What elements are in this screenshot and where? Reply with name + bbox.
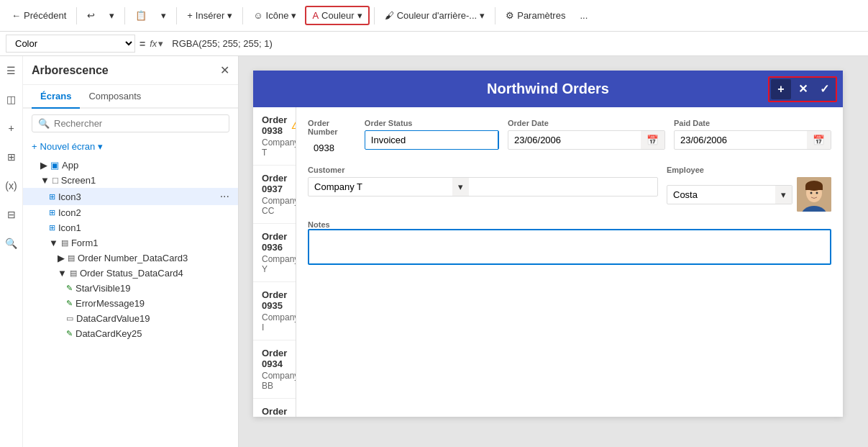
- paid-date-input[interactable]: [675, 131, 807, 149]
- sidebar-item-order-status-dc[interactable]: ▼ ▤ Order Status_DataCard4: [23, 266, 238, 281]
- save-record-button[interactable]: ✓: [814, 79, 834, 99]
- controls-icon[interactable]: ⊞: [3, 148, 20, 166]
- more-options-icon[interactable]: ···: [220, 190, 229, 203]
- add-icon[interactable]: +: [3, 119, 20, 137]
- back-icon: ←: [12, 10, 21, 21]
- paste-dropdown-button[interactable]: ▾: [155, 7, 172, 24]
- left-icons-panel: ☰ ◫ + ⊞ (x) ⊟ 🔍: [0, 56, 23, 447]
- divider4: [242, 7, 243, 24]
- insert-button[interactable]: + Insérer ▾: [181, 7, 238, 24]
- detail-row1: Order Number 0938 Order Status ▾: [308, 119, 831, 157]
- close-icon: ✕: [798, 82, 808, 96]
- notes-field: Notes: [308, 220, 831, 267]
- order-detail: Order Number 0938 Order Status ▾: [296, 107, 843, 417]
- sidebar-item-icon2[interactable]: ⊞ Icon2: [23, 205, 238, 220]
- order-status-dropdown-button[interactable]: ▾: [498, 131, 499, 149]
- bg-color-label: Couleur d'arrière-...: [397, 10, 478, 21]
- order-id-0937: Order 0937: [262, 173, 296, 194]
- sidebar-item-form1[interactable]: ▼ ▤ Form1: [23, 235, 238, 250]
- sidebar-item-datacardvalue19[interactable]: ▭ DataCardValue19: [23, 311, 238, 326]
- toolbar: ← Précédent ↩ ▾ 📋 ▾ + Insérer ▾ ☺ Icône …: [0, 0, 868, 32]
- svg-point-5: [810, 192, 813, 194]
- settings-button[interactable]: ⚙ Paramètres: [500, 7, 571, 24]
- formula-bar: Color = fx ▾ RGBA(255; 255; 255; 1): [0, 32, 868, 56]
- hamburger-icon[interactable]: ☰: [3, 62, 20, 79]
- paid-date-calendar-button[interactable]: 📅: [807, 131, 831, 149]
- color-button[interactable]: A Couleur ▾: [305, 6, 369, 25]
- main-layout: ☰ ◫ + ⊞ (x) ⊟ 🔍 Arborescence ✕ Écrans Co…: [0, 56, 868, 447]
- formula-name-select[interactable]: Color: [6, 35, 135, 53]
- customer-field: Customer ▾: [308, 166, 658, 212]
- ctrl2-icon: ✎: [66, 299, 73, 308]
- chevron-down-icon7: ▾: [158, 38, 163, 49]
- sidebar-close-button[interactable]: ✕: [220, 63, 229, 77]
- app-body: Order 0938 ⚠ Company T Invoiced € 2.870,…: [253, 107, 843, 417]
- paste-button[interactable]: 📋: [129, 7, 152, 24]
- sidebar-tabs: Écrans Composants: [23, 85, 238, 109]
- sidebar-item-errormessage19[interactable]: ✎ ErrorMessage19: [23, 296, 238, 311]
- bg-color-button[interactable]: 🖌 Couleur d'arrière-... ▾: [379, 7, 491, 24]
- data-icon[interactable]: ⊟: [3, 206, 20, 223]
- employee-label: Employee: [667, 166, 831, 174]
- variables-icon[interactable]: (x): [3, 177, 20, 194]
- order-item-0935[interactable]: Order 0935 Company I Shipped € 606,50 ›: [253, 282, 296, 340]
- plus-icon2: +: [32, 141, 37, 152]
- order-item-0934[interactable]: Order 0934 Company BB Closed € 230,00 ›: [253, 340, 296, 399]
- sidebar-item-order-number-dc[interactable]: ▶ ▤ Order Number_DataCard3: [23, 250, 238, 266]
- screen-icon: □: [52, 175, 58, 186]
- expand-icon2: ▼: [40, 175, 50, 186]
- company-0938: Company T: [262, 137, 296, 158]
- order-item-0936[interactable]: Order 0936 Company Y Invoiced € 1.170,00…: [253, 224, 296, 282]
- divider6: [495, 7, 495, 24]
- more-button[interactable]: ...: [574, 7, 593, 24]
- order-item-0937[interactable]: Order 0937 Company CC Closed € 3.810,00 …: [253, 166, 296, 224]
- icon-button[interactable]: ☺ Icône ▾: [247, 7, 302, 24]
- notes-input[interactable]: [308, 229, 831, 265]
- order-status-input[interactable]: [365, 131, 498, 149]
- sidebar-item-datacardkey25[interactable]: ✎ DataCardKey25: [23, 326, 238, 341]
- bg-color-icon: 🖌: [385, 10, 394, 21]
- order-id-0934: Order 0934: [262, 348, 296, 369]
- sidebar-item-starvisible19[interactable]: ✎ StarVisible19: [23, 281, 238, 296]
- tab-components[interactable]: Composants: [80, 85, 150, 109]
- ctrl1-icon: ✎: [66, 284, 73, 293]
- color-label: Couleur: [321, 10, 355, 21]
- order-item-0938[interactable]: Order 0938 ⚠ Company T Invoiced € 2.870,…: [253, 107, 296, 166]
- sidebar-item-app[interactable]: ▶ ▣ App: [23, 158, 238, 173]
- layers-icon[interactable]: ◫: [3, 91, 20, 108]
- icon-label: Icône: [266, 10, 289, 21]
- customer-input[interactable]: [309, 178, 452, 196]
- formula-fx[interactable]: fx ▾: [150, 38, 163, 49]
- undo-dropdown-button[interactable]: ▾: [104, 7, 120, 24]
- calendar-icon2: 📅: [813, 135, 825, 145]
- new-screen-button[interactable]: + Nouvel écran ▾: [23, 138, 238, 155]
- order-list: Order 0938 ⚠ Company T Invoiced € 2.870,…: [253, 107, 296, 417]
- app-canvas: Northwind Orders + ✕ ✓: [253, 71, 843, 417]
- calendar-icon: 📅: [647, 135, 659, 145]
- dc2-icon: ▤: [70, 268, 77, 278]
- company-0937: Company CC: [262, 196, 296, 216]
- order-date-label: Order Date: [508, 119, 665, 127]
- sidebar-item-screen1[interactable]: ▼ □ Screen1: [23, 173, 238, 188]
- order-status-label: Order Status: [365, 119, 499, 127]
- employee-dropdown-button[interactable]: ▾: [775, 186, 792, 204]
- sidebar-item-icon3[interactable]: ⊞ Icon3 ···: [23, 188, 238, 205]
- sidebar-title: Arborescence: [32, 64, 109, 77]
- undo-button[interactable]: ↩: [81, 7, 101, 24]
- more-label: ...: [580, 10, 588, 21]
- order-date-calendar-button[interactable]: 📅: [641, 131, 664, 149]
- back-button[interactable]: ← Précédent: [6, 7, 72, 24]
- close-record-button[interactable]: ✕: [792, 79, 813, 99]
- customer-dropdown-button[interactable]: ▾: [452, 178, 469, 196]
- icon1-icon: ⊞: [49, 223, 55, 232]
- employee-input[interactable]: [667, 186, 775, 204]
- search-input[interactable]: [54, 118, 223, 129]
- search-icon[interactable]: 🔍: [3, 235, 20, 252]
- tab-screens[interactable]: Écrans: [32, 85, 80, 109]
- order-item-0933[interactable]: Order 0933 Company A New € 736,00 ›: [253, 399, 296, 417]
- paid-date-wrap: 📅: [674, 130, 831, 150]
- add-record-button[interactable]: +: [771, 79, 791, 99]
- chevron-down-icon5: ▾: [357, 10, 362, 21]
- sidebar-item-icon1[interactable]: ⊞ Icon1: [23, 220, 238, 235]
- order-date-input[interactable]: [508, 131, 641, 149]
